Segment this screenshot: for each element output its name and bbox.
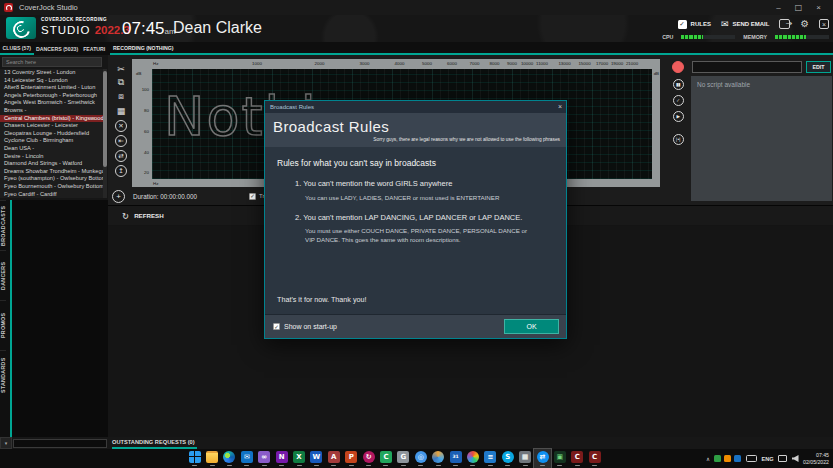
rules-button[interactable]: ✓ RULES <box>678 20 711 29</box>
search-input[interactable] <box>2 57 102 67</box>
show-on-startup-checkbox[interactable]: ✓ <box>273 323 280 330</box>
edit-script-button[interactable]: EDIT <box>806 61 831 73</box>
green-tray-icon[interactable] <box>714 455 721 462</box>
blue-app-icon[interactable]: ◎ <box>412 449 429 468</box>
script-title-input[interactable] <box>692 61 802 73</box>
paste-icon[interactable]: ⧈ <box>113 90 129 103</box>
list-item[interactable]: Fyeo Cardiff - Cardiff <box>0 191 103 199</box>
side-tab-promos[interactable]: PROMOS <box>0 300 6 350</box>
outlook-icon[interactable]: ✉ <box>238 449 255 468</box>
side-tab-standards[interactable]: STANDARDS <box>0 350 6 400</box>
dark-app-icon[interactable]: ▣ <box>551 449 568 468</box>
send-email-button[interactable]: ✉ SEND EMAIL <box>721 19 770 29</box>
visual-studio-icon[interactable]: ∞ <box>256 449 273 468</box>
side-tab-broadcasts[interactable]: BROADCASTS <box>0 200 6 250</box>
arrow-app-icon[interactable]: ↻ <box>360 449 377 468</box>
export-icon[interactable]: ↥ <box>115 165 127 177</box>
play-button[interactable]: ▶ <box>673 111 684 122</box>
add-button[interactable]: + <box>112 190 125 203</box>
ruler-label: 8000 <box>490 61 500 66</box>
list-item[interactable]: Cleopatras Lounge - Huddersfield <box>0 130 103 138</box>
side-tab-dancers[interactable]: DANCERS <box>0 250 6 300</box>
status-field[interactable] <box>13 439 107 448</box>
dialog-close-button[interactable]: × <box>558 101 562 113</box>
language-indicator[interactable]: ENG <box>761 456 773 462</box>
close-app-button[interactable]: × <box>819 19 829 29</box>
c-app-icon[interactable]: C <box>377 449 394 468</box>
speaker-icon[interactable] <box>792 455 799 462</box>
keyboard-icon[interactable] <box>746 455 757 462</box>
status-dropdown-button[interactable]: ▾ <box>0 437 12 449</box>
display-icon[interactable] <box>778 455 787 462</box>
coverjock-app-icon[interactable]: C <box>569 449 586 468</box>
db-label: 40 <box>144 149 149 154</box>
word-icon[interactable]: W <box>308 449 325 468</box>
windows-start-icon[interactable] <box>186 449 203 468</box>
list-item[interactable]: Desire - Lincoln <box>0 153 103 161</box>
list-item[interactable]: Dreams Showbar Trondheim - Munkegat... <box>0 168 103 176</box>
sidebar-empty-area <box>12 200 108 437</box>
accept-button[interactable]: ✓ <box>673 95 684 106</box>
refresh-button[interactable]: ↻ REFRESH <box>122 211 164 221</box>
list-item[interactable]: Diamond And Strings - Watford <box>0 160 103 168</box>
clear-icon[interactable]: ✕ <box>115 120 127 132</box>
logout-button[interactable]: → <box>779 19 790 29</box>
close-button[interactable]: × <box>816 0 821 15</box>
access-icon[interactable]: A <box>325 449 342 468</box>
list-item[interactable]: Dean USA - <box>0 145 103 153</box>
teamviewer-icon[interactable]: ⇄ <box>534 449 551 468</box>
list-item[interactable]: Fyeo (southampton) - Owlsebury Bottom <box>0 175 103 183</box>
tab-dancers-5023[interactable]: DANCERS (5023) <box>34 42 81 55</box>
list-item[interactable]: Angels Peterborough - Peterborough <box>0 92 103 100</box>
edge-icon[interactable] <box>221 449 238 468</box>
pause-button[interactable]: ▮▮ <box>673 79 684 90</box>
copy-icon[interactable]: ⧉ <box>113 76 129 89</box>
tab-featuri[interactable]: FEATURI <box>81 42 108 55</box>
coverjock-studio-window: CoverJock Studio – □ × COVERJOCK RECORDI… <box>0 0 833 468</box>
tile-view-icon[interactable]: ▦ <box>113 104 129 117</box>
list-item[interactable]: Fyeo Bournemouth - Owlsebury Bottom <box>0 183 103 191</box>
club-list-scrollbar[interactable] <box>103 69 107 198</box>
tab-outstanding-requests[interactable]: OUTSTANDING REQUESTS (0) <box>112 438 197 449</box>
ruler-label: 5000 <box>422 61 432 66</box>
onenote-icon[interactable]: N <box>273 449 290 468</box>
envelope-icon: ✉ <box>721 19 729 29</box>
list-item[interactable]: 13 Coventry Street - London <box>0 69 103 77</box>
tab-clubs-57[interactable]: CLUBS (57) <box>0 42 34 55</box>
file-explorer-icon[interactable] <box>203 449 220 468</box>
excel-icon[interactable]: X <box>290 449 307 468</box>
list-item[interactable]: Browns - <box>0 107 103 115</box>
powerpoint-icon[interactable]: P <box>343 449 360 468</box>
record-button[interactable] <box>672 61 684 73</box>
calendar-app-icon[interactable]: 31 <box>447 449 464 468</box>
list-item[interactable]: After8 Entertainment Limited - Luton <box>0 84 103 92</box>
tray-clock[interactable]: 07:45 02/05/2022 <box>803 452 831 465</box>
monitor-button[interactable]: |•| <box>673 134 684 145</box>
coverjock-app-icon-2[interactable]: C <box>586 449 603 468</box>
list-item[interactable]: Central Chambers (bristol) - Kingswood <box>0 115 103 123</box>
trim-silence-checkbox[interactable]: ✓ <box>249 193 256 200</box>
list-item[interactable]: Chasers Leicester - Leicester <box>0 122 103 130</box>
skype-icon[interactable]: S <box>499 449 516 468</box>
shuffle-icon[interactable]: ⇄ <box>115 150 127 162</box>
import-icon[interactable]: ⇤ <box>115 135 127 147</box>
blue-tray-icon[interactable] <box>734 455 741 462</box>
settings-button[interactable]: ⚙ <box>800 19 809 29</box>
tray-chevron-icon[interactable]: ∧ <box>706 456 710 462</box>
list-item[interactable]: 14 Leicester Sq - London <box>0 77 103 85</box>
list-item[interactable]: Angels West Bromwich - Smethwick <box>0 99 103 107</box>
orange-tray-icon[interactable] <box>724 455 731 462</box>
maximize-button[interactable]: □ <box>795 0 803 15</box>
ok-button[interactable]: OK <box>504 319 559 334</box>
minimize-button[interactable]: – <box>776 0 780 15</box>
globe-app-icon[interactable] <box>429 449 446 468</box>
g-app-icon[interactable]: G <box>395 449 412 468</box>
calculator-app-icon[interactable]: ▦ <box>516 449 533 468</box>
list-item[interactable]: Cyclone Club - Birmingham <box>0 137 103 145</box>
cut-icon[interactable]: ✂ <box>113 62 129 75</box>
freq-ruler: Hz 1000200030004000500060007000800090001… <box>152 59 652 69</box>
notepad-app-icon[interactable]: ≡ <box>482 449 499 468</box>
paint-app-icon[interactable] <box>464 449 481 468</box>
tab-recording[interactable]: RECORDING (NOTHING) <box>110 42 833 55</box>
duration-label: Duration: 00:00:00.000 <box>133 193 197 200</box>
